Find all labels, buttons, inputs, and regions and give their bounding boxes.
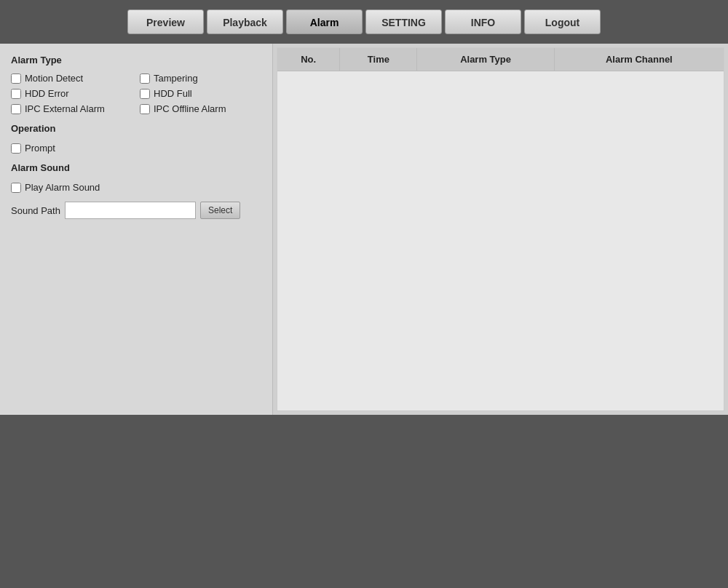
col-no: No. [277, 48, 340, 71]
operation-title: Operation [11, 123, 261, 134]
play-alarm-sound-label: Play Alarm Sound [25, 182, 100, 193]
nav-logout-button[interactable]: Logout [524, 9, 601, 34]
ipc-external-label: IPC External Alarm [25, 103, 105, 114]
alarm-sound-checkboxes: Play Alarm Sound [11, 182, 261, 193]
ipc-external-item[interactable]: IPC External Alarm [11, 103, 132, 114]
select-button[interactable]: Select [200, 202, 240, 219]
col-alarm-channel: Alarm Channel [554, 48, 724, 71]
motion-detect-item[interactable]: Motion Detect [11, 73, 132, 84]
right-panel: No. Time Alarm Type Alarm Channel [277, 47, 724, 411]
nav-playback-button[interactable]: Playback [207, 9, 283, 34]
ipc-offline-item[interactable]: IPC Offline Alarm [140, 103, 261, 114]
ipc-external-checkbox[interactable] [11, 104, 21, 114]
col-time: Time [340, 48, 417, 71]
alarm-table: No. Time Alarm Type Alarm Channel [277, 48, 724, 71]
ipc-offline-checkbox[interactable] [140, 104, 150, 114]
alarm-type-checkboxes: Motion Detect Tampering HDD Error HDD Fu… [11, 73, 261, 114]
alarm-sound-title: Alarm Sound [11, 162, 261, 173]
play-alarm-sound-item[interactable]: Play Alarm Sound [11, 182, 132, 193]
nav-alarm-button[interactable]: Alarm [286, 9, 363, 34]
hdd-full-checkbox[interactable] [140, 89, 150, 99]
bottom-area [0, 415, 728, 588]
hdd-full-label: HDD Full [154, 88, 192, 99]
alarm-table-header-row: No. Time Alarm Type Alarm Channel [277, 48, 724, 71]
alarm-type-title: Alarm Type [11, 55, 261, 65]
motion-detect-label: Motion Detect [25, 73, 83, 84]
ipc-offline-label: IPC Offline Alarm [154, 103, 226, 114]
sound-path-row: Sound Path Select [11, 202, 261, 219]
hdd-error-label: HDD Error [25, 88, 69, 99]
hdd-error-item[interactable]: HDD Error [11, 88, 132, 99]
tampering-checkbox[interactable] [140, 74, 150, 84]
sound-path-label: Sound Path [11, 205, 60, 216]
col-alarm-type: Alarm Type [417, 48, 554, 71]
prompt-item[interactable]: Prompt [11, 143, 132, 154]
sound-path-input[interactable] [65, 202, 196, 219]
nav-info-button[interactable]: INFO [445, 9, 521, 34]
play-alarm-sound-checkbox[interactable] [11, 183, 21, 193]
main-content: Alarm Type Motion Detect Tampering HDD E… [0, 44, 728, 415]
motion-detect-checkbox[interactable] [11, 74, 21, 84]
nav-preview-button[interactable]: Preview [127, 9, 204, 34]
left-panel: Alarm Type Motion Detect Tampering HDD E… [0, 44, 273, 415]
nav-setting-button[interactable]: SETTING [365, 9, 442, 34]
hdd-error-checkbox[interactable] [11, 89, 21, 99]
hdd-full-item[interactable]: HDD Full [140, 88, 261, 99]
prompt-checkbox[interactable] [11, 143, 21, 154]
prompt-label: Prompt [25, 143, 55, 154]
operation-checkboxes: Prompt [11, 143, 261, 154]
tampering-item[interactable]: Tampering [140, 73, 261, 84]
nav-bar: Preview Playback Alarm SETTING INFO Logo… [0, 0, 728, 44]
tampering-label: Tampering [154, 73, 198, 84]
